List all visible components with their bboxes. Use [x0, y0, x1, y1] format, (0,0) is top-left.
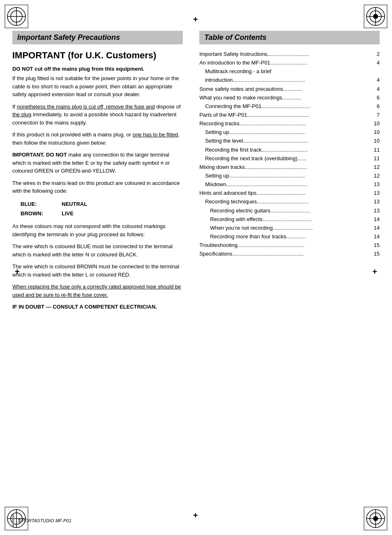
toc-entry-23: Specifications..........................… — [199, 250, 380, 258]
toc-page-11: 11 — [371, 146, 380, 154]
if-in-doubt: IF IN DOUBT — CONSULT A COMPETENT ELECTR… — [12, 303, 183, 311]
toc-dots-9: ........................................… — [229, 128, 371, 136]
para2-mid: dispose of — [155, 104, 181, 110]
toc-page-12: 11 — [371, 155, 380, 163]
blue-label: BLUE: — [21, 199, 49, 209]
fuse-instruction: When replacing the fuse only a correctly… — [12, 283, 183, 299]
do-not-cut-heading: DO NOT cut off the mains plug from this … — [12, 66, 183, 72]
toc-page-1: 4 — [371, 59, 380, 67]
toc-entry-17: Recording techniques....................… — [199, 198, 380, 206]
toc-page-5: 6 — [371, 94, 380, 102]
toc-title-7: Parts of the MF-P01 — [199, 111, 247, 119]
toc-title-9: Setting up — [205, 128, 229, 136]
toc-page-18: 13 — [371, 207, 380, 215]
toc-dots-20: ........................... — [273, 224, 371, 232]
footer-text: 2 PORTASTUDIO MF-P01 — [18, 518, 71, 523]
toc-entry-11: Recording the first track...............… — [199, 146, 380, 154]
toc-title-0: Important Safety Instructions — [199, 50, 267, 58]
footer: 2 PORTASTUDIO MF-P01 — [0, 514, 392, 527]
toc-title-19: Recording with effects — [210, 215, 263, 224]
toc-entry-21: Recording more than four tracks.........… — [199, 233, 380, 241]
toc-page-15: 13 — [371, 180, 380, 189]
toc-entry-14: Setting up..............................… — [199, 172, 380, 180]
toc-dots-0: ............................ — [267, 50, 371, 58]
blue-instruction: The wire which is coloured BLUE must be … — [12, 242, 183, 258]
toc-entry-15: Mixdown.................................… — [199, 180, 380, 189]
toc-dots-6: ................................. — [261, 102, 371, 111]
toc-dots-10: ........................................… — [243, 137, 371, 145]
toc-dots-14: ........................................… — [229, 172, 371, 180]
toc-title-22: Troubleshooting — [199, 241, 238, 249]
toc-page-10: 10 — [371, 137, 380, 145]
toc-title-5: What you need to make recordings — [199, 94, 282, 102]
para3-pre: If this product is not provided with a m… — [12, 131, 133, 138]
footer-bar — [12, 514, 14, 527]
para2-post: immediately, to avoid a possible shock h… — [12, 111, 176, 126]
toc-entry-22: Troubleshooting.........................… — [199, 241, 380, 249]
toc-dots-16: ................................. — [256, 189, 371, 197]
toc-entry-4: Some safety notes and precautions.......… — [199, 85, 380, 93]
toc-entry-5: What you need to make recordings........… — [199, 94, 380, 102]
paragraph-1: If the plug fitted is not suitable for t… — [12, 74, 183, 99]
toc-page-20: 14 — [371, 224, 380, 232]
right-column: Table of Contents Important Safety Instr… — [191, 31, 380, 315]
toc-title-4: Some safety notes and precautions — [199, 85, 283, 93]
colours-para: As these colours may not correspond with… — [12, 222, 183, 238]
page: + + + + Important Safety Precautions IMP… — [0, 0, 392, 535]
toc-dots-7: ........................................… — [247, 111, 371, 119]
toc-entry-20: When you’re not recording...............… — [199, 224, 380, 232]
toc-dots-1: ......................... — [270, 59, 371, 67]
toc-page-13: 12 — [371, 163, 380, 171]
toc-dots-18: ........................... — [270, 207, 371, 215]
toc-page-22: 15 — [371, 241, 380, 249]
toc-dots-5: ............. — [282, 94, 371, 102]
toc-dots-22: ........................................… — [238, 241, 371, 249]
toc-entry-2: Multitrack recording - a brief — [199, 67, 380, 76]
paragraph-2: If nonetheless the mains plug is cut off… — [12, 103, 183, 127]
toc-title-6: Connecting the MF-P01 — [205, 102, 261, 111]
toc-entry-19: Recording with effects..................… — [199, 215, 380, 224]
left-column: Important Safety Precautions IMPORTANT (… — [12, 31, 191, 315]
crosshair-top-center: + — [193, 15, 198, 24]
toc-title-17: Recording techniques — [205, 198, 257, 206]
safety-precautions-header: Important Safety Precautions — [12, 31, 183, 44]
toc-entry-13: Mixing down tracks......................… — [199, 163, 380, 171]
toc-entry-10: Setting the level.......................… — [199, 137, 380, 145]
toc-page-19: 14 — [371, 215, 380, 224]
toc-dots-21: ............. — [286, 233, 371, 241]
toc-entry-1: An introduction to the MF-P01...........… — [199, 59, 380, 67]
toc-title-3: introduction — [205, 76, 233, 84]
crosshair-left-center: + — [15, 267, 20, 277]
para3-underline: one has to be fitted — [133, 131, 178, 138]
toc-entry-12: Recording the next track (overdubbing)..… — [199, 155, 380, 163]
important-do-not-para: IMPORTANT. DO NOT make any connection to… — [12, 151, 183, 175]
toc-title-8: Recording tracks — [199, 120, 240, 128]
toc-entry-6: Connecting the MF-P01...................… — [199, 102, 380, 111]
uk-customers-title: IMPORTANT (for U.K. Customers) — [12, 50, 183, 61]
toc-page-17: 13 — [371, 198, 380, 206]
toc-title: Table of Contents — [204, 33, 375, 42]
toc-title-12: Recording the next track (overdubbing) — [205, 155, 297, 163]
toc-container: Important Safety Instructions...........… — [199, 50, 380, 258]
brown-label: BROWN: — [21, 209, 49, 218]
footer-page-number: 2 — [18, 518, 21, 523]
toc-page-4: 4 — [371, 85, 380, 93]
paragraph-3: If this product is not provided with a m… — [12, 131, 183, 147]
toc-entry-8: Recording tracks........................… — [199, 120, 380, 128]
toc-entry-9: Setting up..............................… — [199, 128, 380, 136]
para2-underline1: nonetheless the mains plug is cut off, r… — [17, 104, 155, 110]
toc-entry-0: Important Safety Instructions...........… — [199, 50, 380, 58]
crosshair-right-center: + — [372, 267, 377, 277]
toc-page-3: 4 — [371, 76, 380, 84]
blue-code-row: BLUE: NEUTRAL — [21, 199, 183, 209]
toc-title-10: Setting the level — [205, 137, 243, 145]
toc-title-18: Recording electric guitars — [210, 207, 270, 215]
wires-para: The wires in the mains lead on this prod… — [12, 179, 183, 195]
toc-dots-15: ........................................… — [226, 180, 371, 189]
toc-dots-4: ............. — [283, 85, 371, 93]
para2-pre: If — [12, 104, 17, 110]
toc-page-16: 13 — [371, 189, 380, 197]
corner-decoration-tr — [363, 4, 388, 29]
toc-entry-7: Parts of the MF-P01.....................… — [199, 111, 380, 119]
toc-page-0: 2 — [371, 50, 380, 58]
